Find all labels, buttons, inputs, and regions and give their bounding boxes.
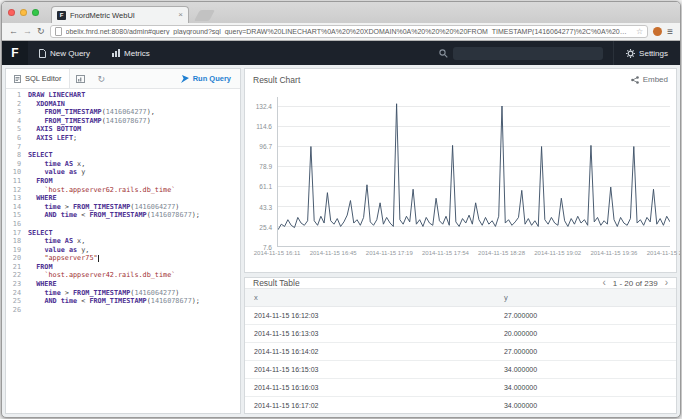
code-line[interactable]: 4 FROM_TIMESTAMP(1416078677): [6, 117, 240, 126]
code-text: FROM: [28, 177, 53, 186]
code-token: ;: [73, 134, 77, 142]
column-header-x[interactable]: x: [245, 289, 495, 307]
table-row[interactable]: 2014-11-15 16:12:0327.000000: [245, 307, 676, 325]
code-line[interactable]: 5 AXIS BOTTOM: [6, 125, 240, 134]
nav-new-query[interactable]: New Query: [28, 41, 101, 65]
settings-label: Settings: [639, 49, 668, 58]
forward-icon[interactable]: →: [23, 27, 32, 36]
line-number: 20: [6, 254, 28, 263]
code-doc-icon: [14, 75, 21, 83]
refresh-icon[interactable]: ↻: [91, 74, 111, 84]
pagination: ‹ 1 - 20 of 239 ›: [602, 278, 668, 288]
code-token: AXIS BOTTOM: [36, 125, 81, 133]
nav-metrics[interactable]: Metrics: [101, 41, 161, 65]
chart-view-icon[interactable]: [70, 75, 91, 83]
app-logo[interactable]: F: [2, 41, 28, 65]
bookmark-star-icon[interactable]: ☆: [636, 27, 643, 36]
line-number: 15: [6, 211, 28, 220]
code-line[interactable]: 9 time AS x,: [6, 160, 240, 169]
embed-button[interactable]: Embed: [631, 75, 668, 84]
code-token: ): [175, 289, 179, 297]
tab-sql-editor[interactable]: SQL Editor: [6, 69, 70, 88]
window-zoom-button[interactable]: [32, 9, 39, 16]
code-line[interactable]: 8SELECT: [6, 151, 240, 160]
run-query-label: Run Query: [193, 74, 231, 83]
nav-metrics-label: Metrics: [124, 49, 150, 58]
code-token: SELECT: [28, 151, 53, 159]
table-row[interactable]: 2014-11-15 16:14:0227.000000: [245, 343, 676, 361]
tab-close-icon[interactable]: ×: [178, 11, 183, 19]
reload-icon[interactable]: ↻: [37, 27, 45, 36]
cell-y: 27.000000: [495, 343, 676, 361]
code-text: FROM_TIMESTAMP(1416064277),: [28, 108, 155, 117]
code-line[interactable]: 21 FROM: [6, 263, 240, 272]
table-row[interactable]: 2014-11-15 16:17:0234.000000: [245, 397, 676, 415]
code-line[interactable]: 10 value as y: [6, 168, 240, 177]
code-line[interactable]: 11 FROM: [6, 177, 240, 186]
tab-title: FnordMetric WebUI: [70, 11, 174, 20]
code-line[interactable]: 17SELECT: [6, 229, 240, 238]
result-chart-header: Result Chart Embed: [245, 69, 676, 90]
settings-button[interactable]: Settings: [613, 41, 680, 65]
line-number: 18: [6, 237, 28, 246]
browser-window: F FnordMetric WebUI × ← → ↻ obelix.fnrd.…: [1, 1, 681, 418]
table-row[interactable]: 2014-11-15 16:16:0334.000000: [245, 379, 676, 397]
code-token: value: [44, 246, 64, 254]
code-token: 1416078677: [151, 297, 192, 305]
code-line[interactable]: 6 AXIS LEFT;: [6, 134, 240, 143]
new-tab-button[interactable]: [194, 10, 215, 21]
code-line[interactable]: 12 `host.appserver62.rails.db_time`: [6, 186, 240, 195]
text-cursor: [98, 255, 99, 262]
code-line[interactable]: 14 time > FROM_TIMESTAMP(1416064277): [6, 203, 240, 212]
code-line[interactable]: 3 FROM_TIMESTAMP(1416064277),: [6, 108, 240, 117]
code-token: time: [44, 203, 60, 211]
url-text[interactable]: obelix.fnrd.net:8080/admin#query_playgro…: [66, 28, 632, 35]
prev-page-icon[interactable]: ‹: [602, 278, 605, 288]
run-query-button[interactable]: Run Query: [172, 74, 240, 83]
address-bar[interactable]: obelix.fnrd.net:8080/admin#query_playgro…: [50, 25, 649, 38]
code-token: "appserver75": [44, 254, 97, 262]
code-area[interactable]: 1DRAW LINECHART2 XDOMAIN3 FROM_TIMESTAMP…: [6, 89, 240, 413]
table-row[interactable]: 2014-11-15 16:13:0320.000000: [245, 325, 676, 343]
window-minimize-button[interactable]: [20, 9, 27, 16]
code-token: FROM_TIMESTAMP: [73, 289, 130, 297]
code-line[interactable]: 18 time AS x,: [6, 237, 240, 246]
code-text: `host.appserver42.rails.db_time`: [28, 271, 175, 280]
code-line[interactable]: 2 XDOMAIN: [6, 100, 240, 109]
code-line[interactable]: 22 `host.appserver42.rails.db_time`: [6, 271, 240, 280]
code-line[interactable]: 20 "appserver75": [6, 254, 240, 263]
code-token: [28, 125, 36, 133]
x-tick-label: 2014-11-15 18:28: [478, 250, 525, 256]
back-icon[interactable]: ←: [9, 27, 18, 36]
extension-icon[interactable]: [653, 27, 662, 36]
code-line[interactable]: 26: [6, 306, 240, 315]
code-token: AS: [65, 237, 73, 245]
cell-y: 27.000000: [495, 307, 676, 325]
code-token: [28, 168, 44, 176]
cell-x: 2014-11-15 16:15:03: [245, 361, 495, 379]
y-tick-label: 96.7: [259, 143, 272, 150]
code-line[interactable]: 25 AND time < FROM_TIMESTAMP(1416078677)…: [6, 297, 240, 306]
search-icon: [439, 49, 448, 58]
search-input[interactable]: [453, 47, 603, 60]
code-line[interactable]: 16: [6, 220, 240, 229]
code-token: [28, 186, 44, 194]
window-close-button[interactable]: [8, 9, 15, 16]
next-page-icon[interactable]: ›: [665, 278, 668, 288]
browser-tab[interactable]: F FnordMetric WebUI ×: [51, 6, 189, 23]
code-line[interactable]: 13 WHERE: [6, 194, 240, 203]
result-chart-title: Result Chart: [253, 75, 300, 85]
table-row[interactable]: 2014-11-15 16:15:0334.000000: [245, 361, 676, 379]
column-header-y[interactable]: y: [495, 289, 676, 307]
editor-toolbar: SQL Editor ↻ Run Query: [6, 69, 240, 89]
x-axis-labels: 2014-11-15 16:112014-11-15 16:452014-11-…: [277, 249, 670, 262]
code-line[interactable]: 15 AND time < FROM_TIMESTAMP(1416078677)…: [6, 211, 240, 220]
code-line[interactable]: 1DRAW LINECHART: [6, 91, 240, 100]
code-line[interactable]: 7: [6, 143, 240, 152]
code-line[interactable]: 23 WHERE: [6, 280, 240, 289]
browser-menu-icon[interactable]: ≡: [667, 27, 673, 37]
code-token: ): [147, 117, 151, 125]
code-token: [28, 117, 44, 125]
code-line[interactable]: 19 value as y,: [6, 246, 240, 255]
code-line[interactable]: 24 time > FROM_TIMESTAMP(1416064277): [6, 289, 240, 298]
